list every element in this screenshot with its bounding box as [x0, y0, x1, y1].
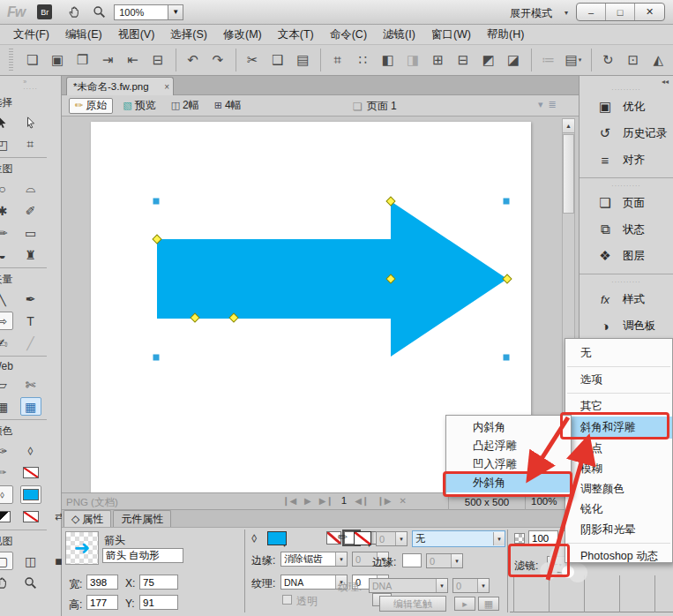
panel-item-optimize[interactable]: ▣优化 — [580, 94, 673, 120]
no-color-button[interactable] — [20, 507, 41, 526]
menu-filters[interactable]: 滤镜(I) — [375, 26, 423, 44]
new-file-icon[interactable]: ❏ — [22, 49, 42, 71]
fill-edge-select[interactable]: 消除锯齿▾ — [280, 552, 348, 567]
filter-menu-item-杂点[interactable]: 杂点 — [565, 439, 672, 459]
close-button[interactable]: ✕ — [635, 4, 664, 20]
zoom-level-caret-icon[interactable]: ▼ — [168, 4, 183, 20]
preview-view-button[interactable]: ▧预览 — [117, 98, 161, 114]
submenu-item-外斜角[interactable]: 外斜角 — [446, 474, 571, 492]
undo-icon[interactable]: ↶ — [183, 49, 203, 71]
panel-collapse-icon[interactable]: ◂◂ — [662, 78, 669, 86]
stroke-category-select[interactable]: 无▾ — [412, 530, 505, 547]
page-options-icon[interactable]: ≣ — [549, 99, 557, 110]
zoom-level-select[interactable]: 100% — [114, 4, 168, 20]
scroll-up-icon[interactable]: ▲ — [563, 119, 574, 133]
default-colors-button[interactable] — [0, 507, 13, 526]
selection-handle[interactable] — [153, 199, 160, 205]
selection-handle[interactable] — [504, 199, 510, 205]
hand-tool-icon[interactable] — [0, 574, 13, 592]
hide-slices-button-icon[interactable]: ▦ — [0, 397, 13, 416]
export-area-tool-icon[interactable]: ◰ — [0, 135, 13, 154]
filter-menu-item-斜角和浮雕[interactable]: 斜角和浮雕 — [565, 417, 672, 439]
brush-tool-icon[interactable]: ✐ — [20, 201, 41, 220]
menu-window[interactable]: 窗口(W) — [423, 26, 479, 44]
hotspot-tool-icon[interactable]: ▱ — [0, 375, 13, 394]
zoom-icon[interactable] — [89, 4, 108, 21]
freeform-tool-icon[interactable]: ✍ — [0, 334, 13, 352]
pencil-tool-icon[interactable]: ✏ — [0, 223, 13, 242]
distribute-icon[interactable]: ∷ — [352, 49, 372, 71]
menu-edit[interactable]: 编辑(E) — [57, 26, 110, 44]
filter-menu-item-阴影和光晕[interactable]: 阴影和光晕 — [565, 520, 672, 540]
line-tool-icon[interactable]: ╲ — [0, 289, 13, 308]
play-button[interactable]: ▶ — [304, 496, 311, 506]
tab-properties[interactable]: ◇ 属性 — [64, 510, 111, 527]
menu-select[interactable]: 选择(S) — [162, 26, 215, 44]
menu-view[interactable]: 视图(V) — [110, 26, 163, 44]
subselection-tool-icon[interactable] — [20, 113, 41, 131]
maximize-button[interactable]: □ — [606, 4, 635, 20]
flip-icon[interactable]: ◭ — [648, 49, 669, 71]
width-input[interactable] — [86, 575, 118, 590]
marquee-icon[interactable]: ⌗ — [327, 49, 348, 71]
filter-menu-item-Photoshop 动态[interactable]: Photoshop 动态 — [565, 546, 672, 563]
fill-color-icon-icon[interactable]: ⬨ — [0, 485, 13, 504]
print-icon[interactable]: ⊟ — [147, 49, 168, 71]
paste-icon[interactable]: ▤ — [293, 49, 313, 71]
menu-commands[interactable]: 命令(C) — [322, 26, 375, 44]
stroke-color-chip[interactable] — [20, 463, 41, 482]
cut-icon[interactable]: ✂ — [243, 49, 263, 71]
ungroup-icon[interactable]: ⊟ — [452, 49, 473, 71]
submenu-item-内斜角[interactable]: 内斜角 — [446, 418, 571, 437]
x-input[interactable] — [139, 575, 178, 590]
exit-button[interactable]: ✕ — [399, 496, 406, 506]
four-up-view-button[interactable]: ⊞4幅 — [209, 98, 247, 114]
crop-tool-icon[interactable]: ⌗ — [20, 135, 41, 154]
knife-tool-icon[interactable]: ╱ — [20, 334, 41, 352]
control-point[interactable] — [503, 274, 512, 283]
align-menu-icon[interactable]: ▤▾ — [563, 49, 583, 71]
fit-canvas-icon[interactable]: ⊡ — [623, 49, 643, 71]
page-indicator[interactable]: ❏ 页面 1 — [353, 99, 397, 114]
panel-item-styles[interactable]: fx样式 — [580, 286, 673, 312]
group-icon[interactable]: ⊞ — [428, 49, 448, 71]
rotate-canvas-icon[interactable]: ↻ — [598, 49, 618, 71]
y-input[interactable] — [139, 595, 178, 610]
menu-text[interactable]: 文本(T) — [270, 26, 322, 44]
prev-frame-button[interactable]: ◀❙ — [355, 496, 369, 506]
opacity-input[interactable] — [528, 530, 558, 545]
paint-bucket-tool-icon[interactable]: ⬨ — [20, 441, 41, 460]
panel-item-pages[interactable]: ❏页面 — [580, 190, 673, 216]
status-zoom-label[interactable]: 100% — [531, 496, 557, 507]
standard-screen-button-icon[interactable]: ▢ — [0, 552, 13, 570]
export-icon[interactable]: ⇤ — [123, 49, 143, 71]
filter-menu-item-调整颜色[interactable]: 调整颜色 — [565, 479, 672, 500]
panel-item-layers[interactable]: ❖图层 — [580, 243, 673, 269]
add-filter-button[interactable]: +▾ — [547, 556, 566, 573]
show-slices-button-icon[interactable]: ▦ — [20, 397, 41, 416]
filter-menu-item-其它[interactable]: 其它 — [565, 396, 672, 417]
fill-color-chip[interactable] — [20, 485, 41, 504]
edit-stroke-button[interactable]: 编辑笔触 — [379, 596, 446, 612]
magic-wand-tool-icon[interactable]: ✱ — [0, 201, 13, 220]
text-tool-icon[interactable]: T — [20, 312, 41, 330]
menu-modify[interactable]: 修改(M) — [215, 26, 270, 44]
import-icon[interactable]: ⇥ — [97, 49, 117, 71]
save-icon[interactable]: ▣ — [47, 49, 67, 71]
expand-mode-button[interactable]: 展开模式 — [510, 6, 552, 21]
arrow-autoshape-tool-icon[interactable]: ⇨ — [0, 312, 13, 330]
menu-help[interactable]: 帮助(H) — [479, 26, 532, 44]
full-screen-menus-button-icon[interactable]: ◫ — [20, 552, 41, 570]
redo-icon[interactable]: ↷ — [207, 49, 228, 71]
panel-item-align[interactable]: ≡对齐 — [580, 146, 673, 173]
original-view-button[interactable]: ✏原始 — [69, 98, 113, 114]
tab-close-icon[interactable]: × — [164, 82, 169, 92]
next-frame-button[interactable]: ❙▶ — [377, 496, 391, 506]
arrow-shape[interactable] — [157, 201, 507, 357]
open-icon[interactable]: ❐ — [72, 49, 93, 71]
object-name-input[interactable] — [102, 548, 183, 563]
hand-icon[interactable] — [64, 4, 84, 21]
pointer-tool-icon[interactable] — [0, 113, 13, 131]
selection-handle[interactable] — [153, 355, 160, 361]
last-frame-button[interactable]: ▶❙ — [319, 496, 333, 506]
